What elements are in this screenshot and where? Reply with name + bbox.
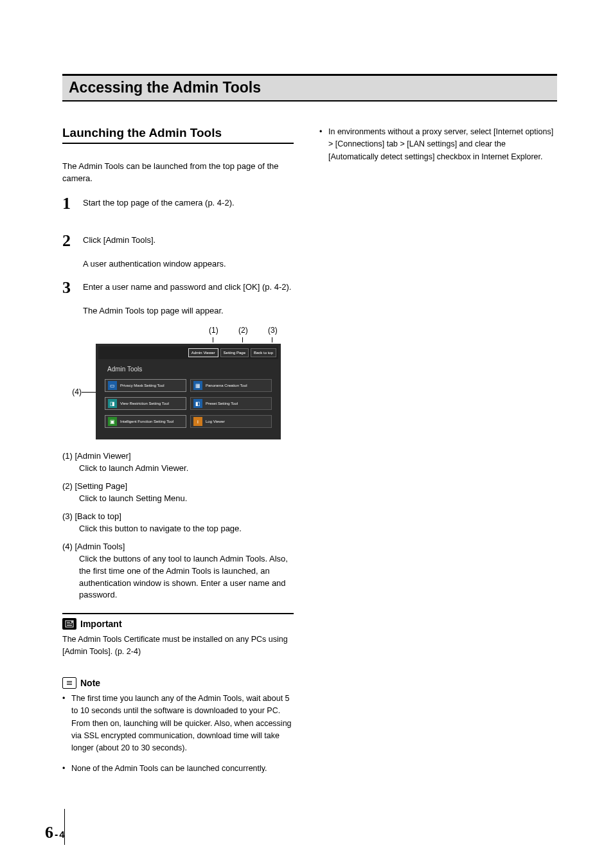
step-3-sub: The Admin Tools top page will appear. xyxy=(83,305,294,317)
right-column: In environments without a proxy server, … xyxy=(319,126,557,783)
definition-4: (4) [Admin Tools] Click the buttons of a… xyxy=(62,542,294,601)
definition-2: (2) [Setting Page] Click to launch Setti… xyxy=(62,481,294,505)
tool-label: Log Viewer xyxy=(206,420,225,424)
definition-head: (3) [Back to top] xyxy=(62,511,294,521)
privacy-mask-tool-button[interactable]: ▭ Privacy Mask Setting Tool xyxy=(105,379,186,392)
back-to-top-button[interactable]: Back to top xyxy=(251,348,276,357)
admin-top-bar: Admin Viewer Setting Page Back to top xyxy=(98,346,278,359)
panorama-tool-button[interactable]: ▦ Panorama Creation Tool xyxy=(190,379,272,392)
note-label: Note xyxy=(80,678,100,688)
chapter-title-bar: Accessing the Admin Tools xyxy=(62,74,557,102)
step-3: 3 Enter a user name and password and cli… xyxy=(62,279,294,296)
admin-tools-screenshot: Admin Viewer Setting Page Back to top Ad… xyxy=(96,344,281,439)
footer-chapter: 6 xyxy=(45,823,53,842)
note-item: The first time you launch any of the Adm… xyxy=(62,693,294,755)
log-viewer-icon: i xyxy=(193,417,202,426)
important-callout: ! Important The Admin Tools Certificate … xyxy=(62,613,294,658)
definition-head: (4) [Admin Tools] xyxy=(62,542,294,551)
columns: Launching the Admin Tools The Admin Tool… xyxy=(62,126,557,783)
log-viewer-tool-button[interactable]: i Log Viewer xyxy=(190,415,272,428)
privacy-mask-icon: ▭ xyxy=(108,381,117,390)
callout-4: (4) xyxy=(62,387,82,396)
section-intro: The Admin Tools can be launched from the… xyxy=(62,161,294,185)
step-number: 3 xyxy=(62,279,76,296)
definition-body: Click this button to navigate to the top… xyxy=(79,523,294,535)
note-item: None of the Admin Tools can be launched … xyxy=(62,763,294,775)
definition-body: Click the buttons of any tool to launch … xyxy=(79,553,294,601)
footer-rule xyxy=(64,809,65,845)
tool-label: Privacy Mask Setting Tool xyxy=(120,384,164,388)
definition-head: (2) [Setting Page] xyxy=(62,481,294,491)
intelligent-function-icon: ▣ xyxy=(108,417,117,426)
callout-3: (3) xyxy=(268,326,278,335)
setting-page-button[interactable]: Setting Page xyxy=(220,348,249,357)
chapter-title: Accessing the Admin Tools xyxy=(69,79,551,96)
section-title: Launching the Admin Tools xyxy=(62,126,294,144)
panorama-icon: ▦ xyxy=(193,381,202,390)
definition-head: (1) [Admin Viewer] xyxy=(62,451,294,461)
note-icon xyxy=(62,677,76,689)
view-restriction-tool-button[interactable]: ◨ View Restriction Setting Tool xyxy=(105,397,186,410)
svg-rect-3 xyxy=(67,625,72,626)
important-label: Important xyxy=(80,619,122,629)
step-1: 1 Start the top page of the camera (p. 4… xyxy=(62,195,294,212)
right-column-bullet: In environments without a proxy server, … xyxy=(319,126,557,163)
footer-dash: - xyxy=(55,829,58,840)
important-text: The Admin Tools Certificate must be inst… xyxy=(62,633,294,658)
figure-top-callouts: (1) (2) (3) xyxy=(96,326,294,337)
step-text: Click [Admin Tools]. xyxy=(83,233,155,247)
step-text: Start the top page of the camera (p. 4-2… xyxy=(83,195,235,209)
intelligent-function-tool-button[interactable]: ▣ Intelligent Function Setting Tool xyxy=(105,415,186,428)
admin-tools-heading: Admin Tools xyxy=(98,359,278,376)
step-text: Enter a user name and password and click… xyxy=(83,279,291,294)
page-footer: 6 - 4 xyxy=(45,823,65,842)
tool-label: Intelligent Function Setting Tool xyxy=(120,420,173,424)
svg-rect-7 xyxy=(67,682,72,683)
definition-body: Click to launch Setting Menu. xyxy=(79,493,294,505)
step-2: 2 Click [Admin Tools]. xyxy=(62,233,294,249)
tool-label: View Restriction Setting Tool xyxy=(120,402,169,406)
admin-tools-grid: ▭ Privacy Mask Setting Tool ▦ Panorama C… xyxy=(98,376,278,437)
svg-rect-1 xyxy=(67,622,70,623)
step-number: 2 xyxy=(62,233,76,249)
left-column: Launching the Admin Tools The Admin Tool… xyxy=(62,126,294,783)
step-number: 1 xyxy=(62,195,76,212)
important-icon: ! xyxy=(62,618,76,630)
tool-label: Preset Setting Tool xyxy=(206,402,238,406)
callout-2: (2) xyxy=(238,326,248,335)
step-2-sub: A user authentication window appears. xyxy=(83,258,294,270)
preset-tool-button[interactable]: ◧ Preset Setting Tool xyxy=(190,397,272,410)
admin-viewer-button[interactable]: Admin Viewer xyxy=(188,348,218,357)
note-callout: Note The first time you launch any of th… xyxy=(62,677,294,775)
figure-tick-lines xyxy=(96,337,294,344)
view-restriction-icon: ◨ xyxy=(108,399,117,408)
definition-body: Click to launch Admin Viewer. xyxy=(79,463,294,475)
definition-3: (3) [Back to top] Click this button to n… xyxy=(62,511,294,535)
svg-rect-6 xyxy=(67,681,72,682)
svg-rect-8 xyxy=(67,684,72,685)
callout-1: (1) xyxy=(209,326,218,335)
callout-definitions: (1) [Admin Viewer] Click to launch Admin… xyxy=(62,451,294,601)
definition-1: (1) [Admin Viewer] Click to launch Admin… xyxy=(62,451,294,475)
figure: (1) (2) (3) (4) Admin Viewer Setting Pag… xyxy=(62,326,294,439)
tool-label: Panorama Creation Tool xyxy=(206,384,247,388)
preset-icon: ◧ xyxy=(193,399,202,408)
svg-rect-2 xyxy=(67,624,72,624)
note-list: The first time you launch any of the Adm… xyxy=(62,693,294,775)
